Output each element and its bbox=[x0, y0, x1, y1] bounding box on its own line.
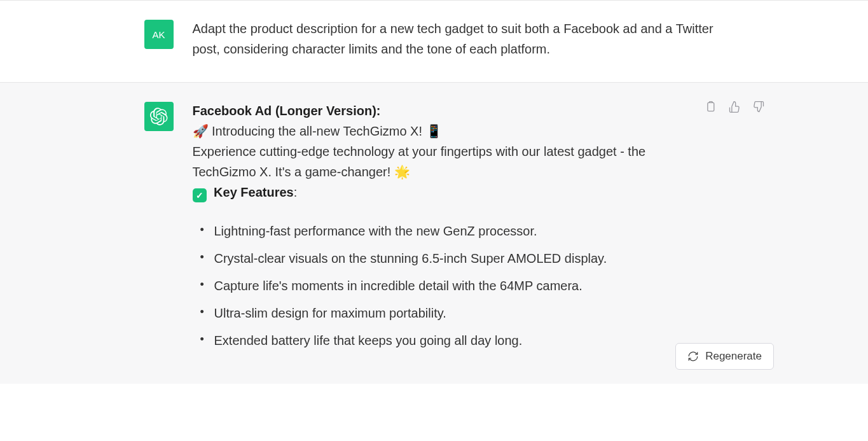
list-item: Capture life's moments in incredible det… bbox=[200, 276, 704, 296]
check-icon bbox=[193, 188, 207, 202]
features-label: Key Features bbox=[214, 185, 294, 199]
message-actions bbox=[704, 101, 765, 358]
assistant-heading: Facebook Ad (Longer Version): bbox=[193, 104, 381, 118]
assistant-avatar bbox=[144, 102, 174, 131]
regenerate-label: Regenerate bbox=[705, 350, 762, 363]
openai-logo-icon bbox=[150, 108, 168, 125]
list-item: Ultra-slim design for maximum portabilit… bbox=[200, 304, 704, 323]
clipboard-icon bbox=[704, 101, 717, 113]
svg-rect-0 bbox=[707, 102, 713, 111]
thumbs-down-icon bbox=[752, 101, 765, 113]
assistant-message-block: Facebook Ad (Longer Version): 🚀 Introduc… bbox=[0, 82, 868, 384]
list-item: Extended battery life that keeps you goi… bbox=[200, 331, 704, 351]
features-heading: Key Features: bbox=[193, 182, 704, 202]
user-avatar: AK bbox=[144, 20, 174, 49]
copy-button[interactable] bbox=[704, 101, 717, 113]
list-item: Lightning-fast performance with the new … bbox=[200, 221, 704, 241]
assistant-body: Experience cutting-edge technology at yo… bbox=[193, 141, 704, 182]
list-item: Crystal-clear visuals on the stunning 6.… bbox=[200, 249, 704, 269]
thumbs-up-icon bbox=[728, 101, 741, 113]
thumbs-down-button[interactable] bbox=[752, 101, 765, 113]
thumbs-up-button[interactable] bbox=[728, 101, 741, 113]
features-list: Lightning-fast performance with the new … bbox=[193, 221, 704, 351]
regenerate-button[interactable]: Regenerate bbox=[675, 343, 774, 370]
user-message-text: Adapt the product description for a new … bbox=[193, 18, 720, 59]
refresh-icon bbox=[687, 351, 699, 362]
assistant-intro-line: 🚀 Introducing the all-new TechGizmo X! 📱 bbox=[193, 121, 704, 141]
user-message-block: AK Adapt the product description for a n… bbox=[0, 0, 868, 82]
